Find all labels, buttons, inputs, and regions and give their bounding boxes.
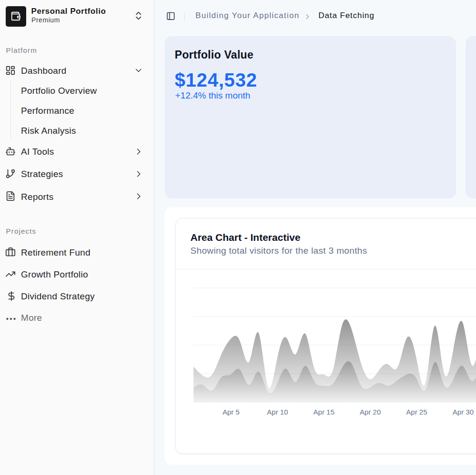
svg-text:Apr 25: Apr 25 [406,408,427,416]
svg-text:Apr 5: Apr 5 [222,408,239,416]
svg-text:Apr 30: Apr 30 [453,408,474,416]
svg-text:Apr 20: Apr 20 [360,408,381,416]
svg-text:Apr 15: Apr 15 [313,408,334,416]
svg-text:Apr 10: Apr 10 [267,408,288,416]
